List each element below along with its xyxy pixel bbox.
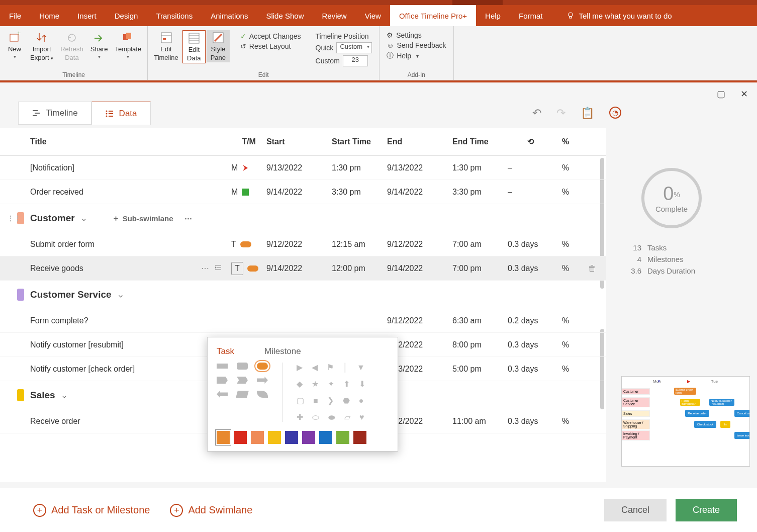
shape-arrow-right[interactable] xyxy=(257,377,268,384)
menu-view[interactable]: View xyxy=(356,5,390,26)
add-swimlane-button[interactable]: + Add Swimlane xyxy=(170,504,252,517)
shape-star[interactable]: ★ xyxy=(312,379,319,389)
table-row[interactable]: Submit order form T 9/12/2022 12:15 am 9… xyxy=(0,232,606,256)
template-button[interactable]: Template ▾ xyxy=(112,30,144,60)
shape-chevron[interactable] xyxy=(237,377,248,384)
menu-format[interactable]: Format xyxy=(510,5,552,26)
col-tm[interactable]: T/M xyxy=(231,137,266,146)
color-swatch[interactable] xyxy=(268,431,281,444)
shape-heart[interactable]: ♥ xyxy=(359,413,364,422)
cancel-button[interactable]: Cancel xyxy=(604,499,667,521)
menu-slideshow[interactable]: Slide Show xyxy=(257,5,313,26)
chevron-down-icon[interactable]: ⌵ xyxy=(119,291,123,299)
shape-parallelogram[interactable] xyxy=(236,391,249,398)
create-button[interactable]: Create xyxy=(676,499,737,521)
undo-icon[interactable]: ↶ xyxy=(532,107,541,120)
menu-file[interactable]: File xyxy=(0,5,30,26)
shape-play-left[interactable]: ◀ xyxy=(312,363,318,372)
shape-rounded[interactable] xyxy=(237,363,248,370)
table-row[interactable]: [Notification] M 9/13/2022 1:30 pm 9/13/… xyxy=(0,156,606,180)
shape-square-solid[interactable]: ■ xyxy=(313,396,318,405)
shape-tag[interactable] xyxy=(217,377,228,384)
share-button[interactable]: Share ▾ xyxy=(87,30,111,60)
settings-button[interactable]: ⚙Settings xyxy=(387,31,422,39)
popup-tab-milestone[interactable]: Milestone xyxy=(264,346,301,357)
color-swatch[interactable] xyxy=(302,431,315,444)
help-button[interactable]: ⓘHelp▾ xyxy=(387,51,419,60)
edit-timeline-button[interactable]: Edit Timeline xyxy=(151,30,181,62)
shape-parallelogram-ms[interactable]: ▱ xyxy=(344,412,350,422)
shape-drop[interactable]: ⬭ xyxy=(312,413,319,422)
task-shape-icon[interactable] xyxy=(247,265,258,272)
shape-flag[interactable]: ⚑ xyxy=(327,363,334,372)
shape-burst[interactable]: ✦ xyxy=(328,379,334,389)
quick-select[interactable]: Custom xyxy=(336,42,372,53)
col-end-time[interactable]: End Time xyxy=(452,137,508,146)
shape-drop2[interactable]: ⬬ xyxy=(328,413,335,422)
shape-arrow-left[interactable] xyxy=(217,391,228,398)
tab-timeline[interactable]: Timeline xyxy=(18,102,91,125)
color-swatch[interactable] xyxy=(217,431,230,444)
swimlane-customer[interactable]: ⋮⋮ Customer ⌵ ＋Sub-swimlane ⋯ xyxy=(0,204,606,232)
edit-data-button[interactable]: Edit Data xyxy=(182,30,206,63)
custom-input[interactable]: 23 xyxy=(343,55,368,66)
swimlane-customer-service[interactable]: Customer Service ⌵ xyxy=(0,281,606,309)
table-row-active[interactable]: ⋯ Receive goods T 9/14/2022 12:00 pm 9/1… xyxy=(0,256,606,281)
tell-me-search[interactable]: Tell me what you want to do xyxy=(566,5,672,26)
col-end[interactable]: End xyxy=(387,137,452,146)
col-start-time[interactable]: Start Time xyxy=(332,137,387,146)
shape-rounded-sq[interactable]: ▢ xyxy=(297,396,304,405)
color-swatch[interactable] xyxy=(336,431,349,444)
indent-icon[interactable] xyxy=(214,264,222,273)
style-pane-button[interactable]: Style Pane xyxy=(207,30,230,62)
new-button[interactable]: + New ▾ xyxy=(3,30,26,60)
color-swatch[interactable] xyxy=(353,431,366,444)
menu-animations[interactable]: Animations xyxy=(202,5,257,26)
shape-line[interactable]: │ xyxy=(343,363,348,372)
chevron-down-icon[interactable]: ⌵ xyxy=(82,215,86,222)
reset-layout-button[interactable]: ↺Reset Layout xyxy=(240,42,291,50)
color-swatch[interactable] xyxy=(319,431,332,444)
more-icon[interactable]: ⋯ xyxy=(184,214,192,223)
shape-plus[interactable]: ✚ xyxy=(297,412,303,422)
shape-chevron-right[interactable]: ❯ xyxy=(327,396,334,405)
color-swatch[interactable] xyxy=(285,431,298,444)
menu-home[interactable]: Home xyxy=(30,5,68,26)
import-export-button[interactable]: Import Export ▾ xyxy=(27,30,56,62)
col-start[interactable]: Start xyxy=(266,137,332,146)
popup-tab-task[interactable]: Task xyxy=(217,346,234,357)
shape-arrow-up[interactable]: ⬆ xyxy=(343,379,350,389)
shape-diamond[interactable]: ◆ xyxy=(297,379,303,389)
shape-circle[interactable]: ● xyxy=(359,396,364,405)
menu-insert[interactable]: Insert xyxy=(68,5,106,26)
close-icon[interactable]: ✕ xyxy=(740,88,748,100)
trash-icon[interactable]: 🗑 xyxy=(588,264,596,273)
color-swatch[interactable] xyxy=(234,431,247,444)
col-title[interactable]: Title xyxy=(30,137,231,146)
menu-review[interactable]: Review xyxy=(313,5,355,26)
shape-pill-selected[interactable] xyxy=(257,363,268,370)
clipboard-icon[interactable]: 📋 xyxy=(581,107,594,120)
tab-data[interactable]: Data xyxy=(91,102,151,125)
more-icon[interactable]: ⋯ xyxy=(201,263,209,273)
add-sub-swimlane-button[interactable]: ＋Sub-swimlane xyxy=(112,214,173,223)
cell-tm-boxed[interactable]: T xyxy=(231,262,243,275)
color-swatch[interactable] xyxy=(251,431,264,444)
drag-handle-icon[interactable]: ⋮⋮ xyxy=(7,214,21,222)
maximize-icon[interactable]: ▢ xyxy=(717,88,725,100)
table-row[interactable]: Form complete? 9/12/2022 6:30 am 0.2 day… xyxy=(0,309,606,333)
clock-icon[interactable]: ◔ xyxy=(609,107,621,119)
col-duration-icon[interactable]: ⟲ xyxy=(508,137,553,146)
menu-office-timeline[interactable]: Office Timeline Pro+ xyxy=(390,5,476,26)
shape-arrow-down[interactable]: ⬇ xyxy=(359,379,365,389)
menu-help[interactable]: Help xyxy=(476,5,510,26)
menu-transitions[interactable]: Transitions xyxy=(147,5,202,26)
menu-design[interactable]: Design xyxy=(106,5,147,26)
add-task-milestone-button[interactable]: + Add Task or Milestone xyxy=(33,504,150,517)
table-row[interactable]: Order received M 9/14/2022 3:30 pm 9/14/… xyxy=(0,180,606,204)
shape-leaf[interactable] xyxy=(257,391,268,398)
shape-play[interactable]: ▶ xyxy=(297,363,303,372)
shape-tri-down[interactable]: ▼ xyxy=(357,363,365,372)
col-pct[interactable]: % xyxy=(553,137,578,146)
shape-shield[interactable]: ⬣ xyxy=(343,396,350,405)
